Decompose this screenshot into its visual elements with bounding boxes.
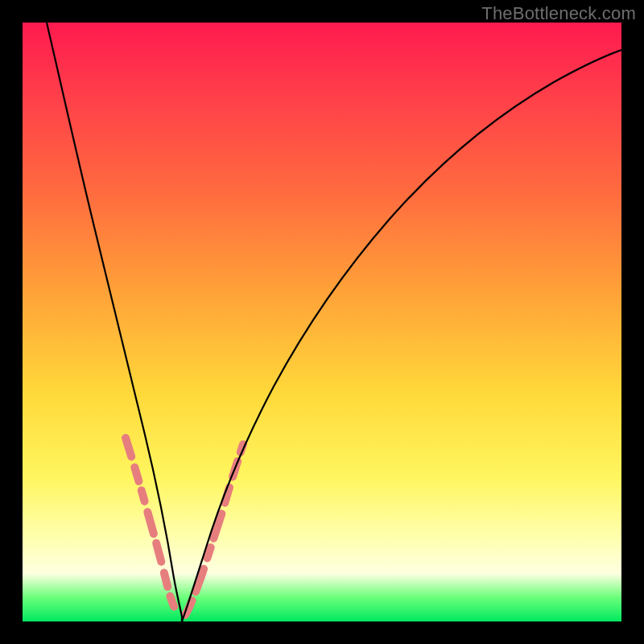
bottleneck-curve [47, 23, 621, 621]
bottleneck-curve-svg [23, 23, 621, 621]
chart-frame: TheBottleneck.com [0, 0, 644, 644]
plot-area [23, 23, 621, 621]
watermark-text: TheBottleneck.com [481, 3, 636, 24]
